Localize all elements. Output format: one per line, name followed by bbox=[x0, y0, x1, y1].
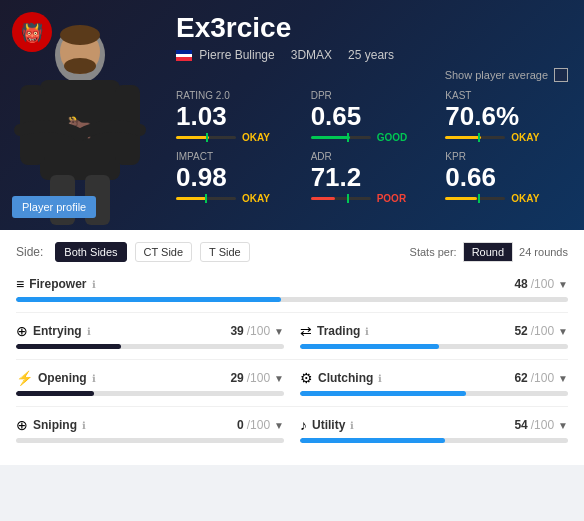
clutching-progress-fill bbox=[300, 391, 466, 396]
adr-value: 71.2 bbox=[311, 164, 434, 190]
firepower-item: ≡ Firepower ℹ 48 /100 ▼ bbox=[16, 276, 568, 302]
body-section: Side: Both Sides CT Side T Side Stats pe… bbox=[0, 230, 584, 465]
kpr-bar-area: OKAY bbox=[445, 193, 568, 204]
kast-bar-fill bbox=[445, 136, 481, 139]
utility-icon: ♪ bbox=[300, 417, 307, 433]
trading-score-max: /100 bbox=[531, 324, 554, 338]
firepower-info-icon[interactable]: ℹ bbox=[92, 279, 96, 290]
opening-progress bbox=[16, 391, 284, 396]
opening-score: 29 /100 bbox=[230, 371, 270, 385]
sniping-header: ⊕ Sniping ℹ 0 /100 ▼ bbox=[16, 417, 284, 433]
side-label: Side: bbox=[16, 245, 43, 259]
opening-name-group: ⚡ Opening ℹ bbox=[16, 370, 96, 386]
player-age: 25 years bbox=[348, 48, 394, 62]
clutching-dropdown[interactable]: ▼ bbox=[558, 373, 568, 384]
trading-name: Trading bbox=[317, 324, 360, 338]
trading-dropdown[interactable]: ▼ bbox=[558, 326, 568, 337]
opening-icon: ⚡ bbox=[16, 370, 33, 386]
rating-bar-fill bbox=[176, 136, 209, 139]
side-tab-both[interactable]: Both Sides bbox=[55, 242, 126, 262]
show-avg-toggle: Show player average bbox=[176, 68, 568, 82]
kast-value: 70.6% bbox=[445, 103, 568, 129]
stat-rating: RATING 2.0 1.03 OKAY bbox=[176, 90, 299, 143]
trading-progress bbox=[300, 344, 568, 349]
utility-score-max: /100 bbox=[531, 418, 554, 432]
kpr-bar-marker bbox=[478, 194, 480, 203]
rating-bar-marker bbox=[206, 133, 208, 142]
entrying-item: ⊕ Entrying ℹ 39 /100 ▼ bbox=[16, 323, 284, 349]
impact-bar-marker bbox=[205, 194, 207, 203]
opening-item: ⚡ Opening ℹ 29 /100 ▼ bbox=[16, 370, 284, 396]
kpr-bar-fill bbox=[445, 197, 476, 200]
firepower-progress bbox=[16, 297, 568, 302]
opening-name: Opening bbox=[38, 371, 87, 385]
sniping-utility-row: ⊕ Sniping ℹ 0 /100 ▼ ♪ bbox=[16, 417, 568, 453]
entrying-info-icon[interactable]: ℹ bbox=[87, 326, 91, 337]
sniping-dropdown[interactable]: ▼ bbox=[274, 420, 284, 431]
utility-score-val: 54 bbox=[514, 418, 527, 432]
rating-value: 1.03 bbox=[176, 103, 299, 129]
clutching-info-icon[interactable]: ℹ bbox=[378, 373, 382, 384]
trading-name-group: ⇄ Trading ℹ bbox=[300, 323, 369, 339]
round-button[interactable]: Round bbox=[463, 242, 513, 262]
side-tab-t[interactable]: T Side bbox=[200, 242, 250, 262]
round-selector: Round bbox=[463, 242, 513, 262]
sniping-name: Sniping bbox=[33, 418, 77, 432]
sniping-item: ⊕ Sniping ℹ 0 /100 ▼ bbox=[16, 417, 284, 443]
dpr-label: DPR bbox=[311, 90, 434, 101]
opening-clutching-row: ⚡ Opening ℹ 29 /100 ▼ ⚙ bbox=[16, 370, 568, 407]
opening-score-max: /100 bbox=[247, 371, 270, 385]
impact-label: IMPACT bbox=[176, 151, 299, 162]
player-name: Ex3rcice bbox=[176, 12, 568, 44]
player-profile-button[interactable]: Player profile bbox=[12, 196, 96, 218]
adr-label: ADR bbox=[311, 151, 434, 162]
dpr-bar bbox=[311, 136, 371, 139]
firepower-score-val: 48 bbox=[514, 277, 527, 291]
trading-header: ⇄ Trading ℹ 52 /100 ▼ bbox=[300, 323, 568, 339]
firepower-row: ≡ Firepower ℹ 48 /100 ▼ bbox=[16, 276, 568, 313]
flag-icon bbox=[176, 50, 192, 61]
firepower-name: Firepower bbox=[29, 277, 86, 291]
trading-info-icon[interactable]: ℹ bbox=[365, 326, 369, 337]
trading-score-val: 52 bbox=[514, 324, 527, 338]
opening-info-icon[interactable]: ℹ bbox=[92, 373, 96, 384]
stat-impact: IMPACT 0.98 OKAY bbox=[176, 151, 299, 204]
clutching-header: ⚙ Clutching ℹ 62 /100 ▼ bbox=[300, 370, 568, 386]
side-tab-ct[interactable]: CT Side bbox=[135, 242, 193, 262]
stat-kpr: KPR 0.66 OKAY bbox=[445, 151, 568, 204]
kast-label: KAST bbox=[445, 90, 568, 101]
rating-bar-area: OKAY bbox=[176, 132, 299, 143]
entrying-dropdown[interactable]: ▼ bbox=[274, 326, 284, 337]
side-selector-row: Side: Both Sides CT Side T Side Stats pe… bbox=[16, 242, 568, 262]
adr-bar bbox=[311, 197, 371, 200]
kast-bar-area: OKAY bbox=[445, 132, 568, 143]
sniping-info-icon[interactable]: ℹ bbox=[82, 420, 86, 431]
player-realname: Pierre Bulinge bbox=[199, 48, 274, 62]
entrying-progress-fill bbox=[16, 344, 121, 349]
sniping-score-val: 0 bbox=[237, 418, 244, 432]
utility-header: ♪ Utility ℹ 54 /100 ▼ bbox=[300, 417, 568, 433]
show-avg-checkbox[interactable] bbox=[554, 68, 568, 82]
stat-adr: ADR 71.2 POOR bbox=[311, 151, 434, 204]
utility-info-icon[interactable]: ℹ bbox=[350, 420, 354, 431]
opening-dropdown[interactable]: ▼ bbox=[274, 373, 284, 384]
utility-progress-fill bbox=[300, 438, 445, 443]
clutching-name: Clutching bbox=[318, 371, 373, 385]
clutching-item: ⚙ Clutching ℹ 62 /100 ▼ bbox=[300, 370, 568, 396]
stat-dpr: DPR 0.65 GOOD bbox=[311, 90, 434, 143]
utility-dropdown[interactable]: ▼ bbox=[558, 420, 568, 431]
adr-bar-marker bbox=[347, 194, 349, 203]
impact-grade: OKAY bbox=[242, 193, 270, 204]
firepower-icon: ≡ bbox=[16, 276, 24, 292]
sniping-score-max: /100 bbox=[247, 418, 270, 432]
rounds-count: 24 rounds bbox=[519, 246, 568, 258]
entrying-name: Entrying bbox=[33, 324, 82, 338]
firepower-dropdown[interactable]: ▼ bbox=[558, 279, 568, 290]
adr-bar-fill bbox=[311, 197, 335, 200]
dpr-bar-area: GOOD bbox=[311, 132, 434, 143]
clutching-name-group: ⚙ Clutching ℹ bbox=[300, 370, 382, 386]
trading-item: ⇄ Trading ℹ 52 /100 ▼ bbox=[300, 323, 568, 349]
firepower-score: 48 /100 bbox=[514, 277, 554, 291]
entrying-progress bbox=[16, 344, 284, 349]
impact-bar-fill bbox=[176, 197, 206, 200]
